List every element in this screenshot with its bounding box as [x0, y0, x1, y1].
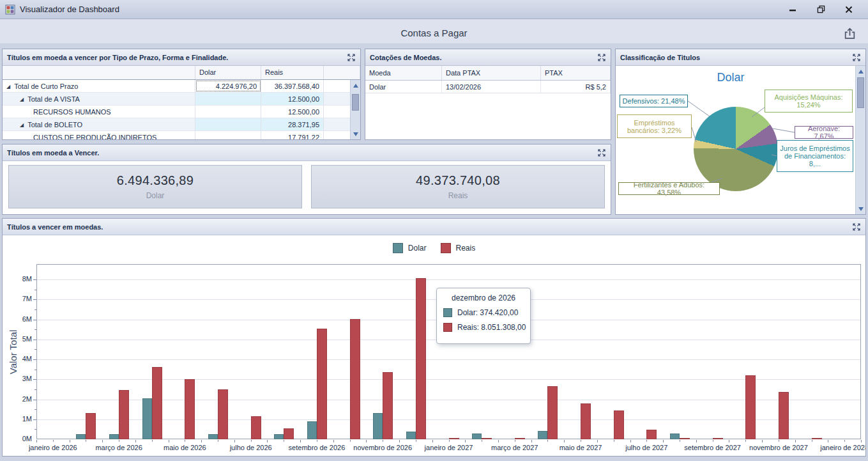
bar-reais[interactable] — [185, 379, 195, 439]
bar-reais[interactable] — [581, 403, 591, 439]
pie-label-emprestimos-bancarios: Empréstimos bancários: 3,22% — [617, 114, 692, 138]
cell-ptax: R$ 5,2 — [541, 81, 611, 93]
restore-button[interactable] — [807, 1, 835, 19]
bar-reais[interactable] — [515, 438, 525, 439]
tree-cell-reais[interactable]: 36.397.568,40 — [261, 80, 324, 92]
bar-dolar[interactable] — [406, 432, 416, 439]
column-header-reais[interactable]: Reais — [261, 66, 324, 79]
bar-reais[interactable] — [646, 430, 657, 439]
tree-cell-name[interactable]: ◢Total de BOLETO — [3, 118, 195, 130]
bar-dolar[interactable] — [472, 434, 482, 439]
pie-panel-scrollbar[interactable] — [855, 66, 865, 214]
bar-reais[interactable] — [713, 438, 723, 439]
bar-reais[interactable] — [152, 367, 162, 439]
x-tick — [828, 440, 828, 442]
bar-reais[interactable] — [317, 329, 327, 439]
x-tick — [779, 440, 779, 442]
bar-reais[interactable] — [680, 438, 690, 439]
scrollbar-thumb[interactable] — [352, 94, 359, 111]
bar-reais[interactable] — [812, 438, 822, 439]
export-button[interactable] — [841, 25, 858, 42]
bar-reais[interactable] — [350, 319, 360, 439]
bar-reais[interactable] — [614, 410, 624, 439]
tooltip-title: dezembro de 2026 — [437, 293, 530, 302]
tree-cell-name[interactable]: CUSTOS DE PRODUÇÃO INDIRETOS — [3, 131, 195, 139]
scroll-up-button[interactable] — [351, 81, 360, 90]
x-tick — [333, 440, 334, 442]
column-header-name[interactable] — [3, 66, 195, 79]
tree-row[interactable]: CUSTOS DE PRODUÇÃO INDIRETOS17.791,22 — [3, 131, 360, 139]
scrollbar-thumb[interactable] — [857, 77, 864, 108]
tree-cell-dolar[interactable] — [195, 131, 261, 139]
x-tick — [201, 440, 202, 442]
bar-dolar[interactable] — [670, 434, 680, 439]
minimize-button[interactable] — [779, 1, 807, 19]
tree-cell-dolar[interactable] — [195, 105, 261, 118]
maximize-panel-icon[interactable] — [597, 53, 606, 62]
expand-triangle-icon[interactable]: ◢ — [20, 97, 24, 102]
quotes-row[interactable]: Dolar 13/02/2026 R$ 5,2 — [365, 81, 611, 93]
x-tick — [383, 440, 383, 442]
tree-cell-reais[interactable]: 17.791,22 — [261, 131, 324, 139]
maximize-panel-icon[interactable] — [852, 223, 861, 231]
bar-reais[interactable] — [383, 372, 393, 439]
x-tick — [515, 440, 515, 442]
scroll-down-button[interactable] — [856, 204, 865, 214]
x-tick — [547, 440, 548, 442]
bar-reais[interactable] — [482, 438, 492, 439]
maximize-panel-icon[interactable] — [597, 148, 606, 157]
y-tick — [33, 419, 36, 420]
bar-reais[interactable] — [86, 413, 96, 439]
y-tick-label: 1M — [4, 415, 32, 423]
bar-reais[interactable] — [119, 390, 129, 439]
y-tick — [34, 389, 36, 390]
bar-dolar[interactable] — [142, 398, 152, 439]
tree-row[interactable]: ◢Total de BOLETO28.371,95 — [3, 118, 360, 131]
tree-cell-dolar[interactable] — [195, 93, 261, 105]
scroll-down-button[interactable] — [351, 129, 360, 139]
tree-cell-reais[interactable]: 12.500,00 — [261, 93, 324, 105]
close-button[interactable] — [835, 1, 863, 19]
bar-reais[interactable] — [449, 438, 459, 439]
tree-cell-name[interactable]: ◢Total de A VISTA — [3, 93, 195, 105]
tree-cell-name[interactable]: ◢Total de Curto Prazo — [3, 80, 195, 92]
bar-reais[interactable] — [547, 386, 558, 439]
tree-row[interactable]: ◢Total de Curto Prazo4.224.976,2036.397.… — [3, 80, 360, 93]
bar-dolar[interactable] — [109, 434, 119, 439]
bar-dolar[interactable] — [274, 434, 284, 439]
column-header-dolar[interactable]: Dolar — [195, 66, 261, 79]
window-title: Visualizador de Dashboard — [20, 4, 119, 14]
column-header-data-ptax[interactable]: Data PTAX — [442, 66, 541, 80]
maximize-panel-icon[interactable] — [852, 53, 861, 62]
tree-cell-reais[interactable]: 12.500,00 — [261, 105, 324, 118]
tree-cell-dolar[interactable]: 4.224.976,20 — [195, 80, 261, 92]
pie-label-fertilizantes: Fertilizantes e Adubos: 43,58% — [618, 182, 720, 195]
tree-table-scrollbar[interactable] — [350, 80, 360, 139]
bar-reais[interactable] — [284, 428, 294, 439]
bar-reais[interactable] — [779, 392, 789, 439]
bar-dolar[interactable] — [208, 434, 218, 439]
tree-row[interactable]: RECURSOS HUMANOS12.500,00 — [3, 105, 360, 118]
tree-row[interactable]: ◢Total de A VISTA12.500,00 — [3, 93, 360, 105]
bar-reais[interactable] — [745, 375, 756, 439]
expand-triangle-icon[interactable]: ◢ — [20, 122, 24, 128]
bar-dolar[interactable] — [538, 431, 547, 439]
y-tick — [34, 329, 36, 330]
column-header-moeda[interactable]: Moeda — [365, 66, 442, 80]
tree-cell-reais[interactable]: 28.371,95 — [261, 118, 324, 130]
maximize-panel-icon[interactable] — [347, 53, 356, 62]
tree-cell-dolar[interactable] — [195, 118, 261, 130]
bar-reais[interactable] — [251, 416, 261, 439]
expand-triangle-icon[interactable]: ◢ — [6, 84, 10, 90]
bar-reais[interactable] — [218, 389, 228, 439]
tree-cell-name[interactable]: RECURSOS HUMANOS — [3, 105, 195, 118]
bar-reais[interactable] — [416, 278, 426, 439]
x-tick-label: julho de 2027 — [611, 444, 681, 451]
bar-dolar[interactable] — [76, 434, 86, 439]
bar-dolar[interactable] — [307, 421, 317, 439]
bar-dolar[interactable] — [373, 413, 383, 439]
tree-row-label: Total de BOLETO — [27, 121, 82, 129]
scroll-up-button[interactable] — [856, 66, 865, 76]
x-tick — [745, 440, 746, 442]
column-header-ptax[interactable]: PTAX — [541, 66, 611, 80]
